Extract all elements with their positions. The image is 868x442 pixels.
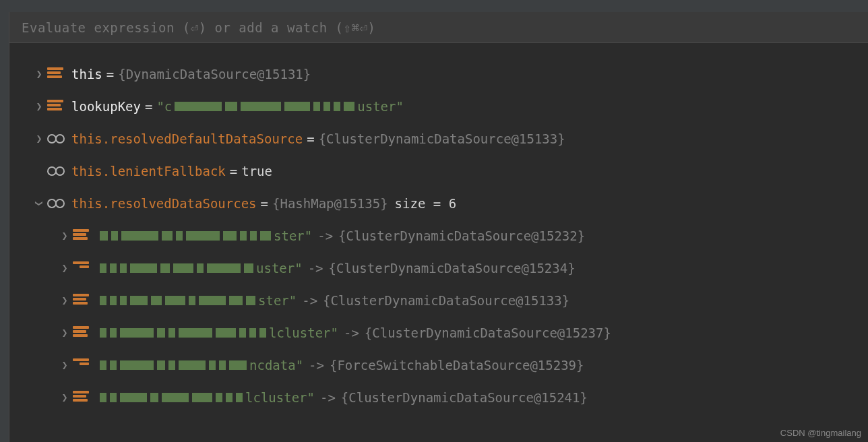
map-entry-row[interactable]: ❯ster"->{ClusterDynamicDataSource@15133} [9,284,868,317]
equals-sign: = [230,164,237,179]
map-key: uster" [97,261,303,276]
map-entries-container: ❯ster"->{ClusterDynamicDataSource@15232}… [9,220,868,414]
object-icon [47,67,71,81]
map-key: ncdata" [97,358,303,373]
variable-name: this.resolvedDataSources [71,196,257,211]
glasses-icon [47,134,71,144]
redacted-text [100,231,271,241]
map-value: {ClusterDynamicDataSource@15241} [341,390,588,405]
chevron-right-icon[interactable]: ❯ [57,294,73,307]
redacted-text [100,393,243,402]
variable-value: {HashMap@15135} [272,196,388,211]
evaluate-expression-input[interactable] [22,20,868,35]
map-arrow: -> [308,261,323,276]
object-icon [47,100,71,113]
map-entry-row[interactable]: ❯lcluster"->{ClusterDynamicDataSource@15… [9,317,868,349]
map-value: {ClusterDynamicDataSource@15133} [323,293,569,308]
glasses-icon [47,166,71,176]
variable-value: "custer" [156,99,404,114]
chevron-right-icon[interactable]: ❯ [31,133,47,145]
chevron-right-icon[interactable]: ❯ [57,262,73,274]
map-arrow: -> [309,358,324,373]
variable-row-this[interactable]: ❯ this = {DynamicDataSource@15131} [9,58,868,90]
gutter [0,0,9,442]
object-icon [73,261,97,275]
chevron-right-icon[interactable]: ❯ [31,68,47,80]
object-icon [73,358,97,372]
variable-row-resolveddefaultdatasource[interactable]: ❯ this.resolvedDefaultDataSource = {Clus… [9,123,868,155]
glasses-icon [47,199,71,208]
map-entry-row[interactable]: ❯uster"->{ClusterDynamicDataSource@15234… [9,252,868,284]
equals-sign: = [106,67,114,82]
variable-value: {DynamicDataSource@15131} [118,67,311,82]
chevron-down-icon[interactable]: ❯ [33,195,45,212]
variable-name: lookupKey [71,99,141,114]
variable-value: true [241,164,272,179]
variable-row-lookupkey[interactable]: ❯ lookupKey = "custer" [9,90,868,123]
variable-name: this.lenientFallback [71,164,226,179]
map-arrow: -> [344,325,359,340]
chevron-right-icon[interactable]: ❯ [57,359,73,371]
equals-sign: = [307,131,314,146]
redacted-text [100,360,247,370]
variable-row-lenientfallback[interactable]: this.lenientFallback = true [9,155,868,187]
redacted-text [100,263,253,273]
chevron-right-icon[interactable]: ❯ [57,391,73,404]
map-entry-row[interactable]: ❯ncdata"->{ForceSwitchableDataSource@152… [9,349,868,381]
map-entry-row[interactable]: ❯lcluster"->{ClusterDynamicDataSource@15… [9,381,868,414]
map-value: {ClusterDynamicDataSource@15232} [338,228,585,243]
chevron-right-icon[interactable]: ❯ [31,100,47,113]
chevron-right-icon[interactable]: ❯ [57,327,73,339]
expression-bar[interactable] [9,12,868,43]
map-arrow: -> [317,228,333,243]
redacted-text [100,296,255,305]
size-label: size = 6 [395,196,457,211]
map-key: lcluster" [97,390,315,405]
variable-value: {ClusterDynamicDataSource@15133} [319,131,565,146]
top-bar [0,0,868,12]
object-icon [73,294,97,307]
map-key: ster" [97,293,297,308]
map-arrow: -> [320,390,336,405]
map-key: lcluster" [97,325,338,340]
chevron-right-icon[interactable]: ❯ [57,230,73,242]
map-entry-row[interactable]: ❯ster"->{ClusterDynamicDataSource@15232} [9,220,868,252]
object-icon [73,229,97,243]
redacted-text [175,102,354,111]
equals-sign: = [145,99,152,114]
variable-row-resolveddatasources[interactable]: ❯ this.resolvedDataSources = {HashMap@15… [9,187,868,220]
equals-sign: = [261,196,268,211]
variables-panel: ❯ this = {DynamicDataSource@15131} ❯ loo… [9,43,868,442]
object-icon [73,391,97,404]
map-key: ster" [97,228,312,243]
redacted-text [100,328,266,338]
map-value: {ForceSwitchableDataSource@15239} [330,358,584,373]
map-value: {ClusterDynamicDataSource@15237} [365,325,611,340]
variable-name: this [71,67,102,82]
map-value: {ClusterDynamicDataSource@15234} [329,261,576,276]
watermark: CSDN @tingmailang [780,428,861,438]
variable-name: this.resolvedDefaultDataSource [71,131,303,146]
object-icon [73,326,97,340]
map-arrow: -> [302,293,317,308]
